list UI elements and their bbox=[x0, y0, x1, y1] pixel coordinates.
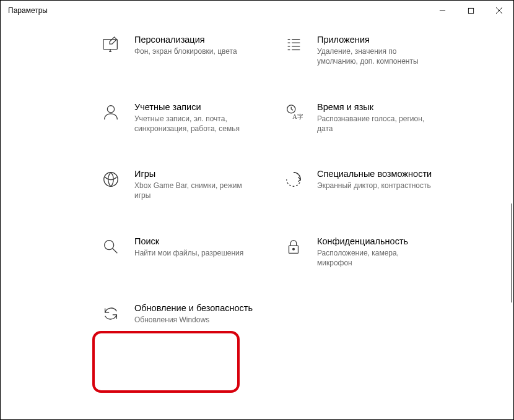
tile-desc: Xbox Game Bar, снимки, режим игры bbox=[134, 181, 252, 200]
tile-desc: Учетные записи, эл. почта, синхронизация… bbox=[134, 114, 252, 134]
tile-text: Конфиденциальность Расположение, камера,… bbox=[317, 236, 435, 268]
svg-text:A字: A字 bbox=[292, 113, 303, 120]
tile-title: Специальные возможности bbox=[317, 168, 432, 179]
tile-gaming[interactable]: Игры Xbox Game Bar, снимки, режим игры bbox=[100, 168, 264, 201]
svg-line-22 bbox=[113, 248, 118, 253]
tile-desc: Расположение, камера, микрофон bbox=[317, 248, 435, 268]
time-language-icon: A字 bbox=[282, 101, 305, 124]
settings-window: Параметры Персонализация Фон, экран блок… bbox=[1, 1, 513, 419]
accounts-icon bbox=[100, 101, 122, 124]
settings-grid: Персонализация Фон, экран блокировки, цв… bbox=[100, 34, 446, 325]
update-icon bbox=[100, 302, 122, 325]
window-controls bbox=[428, 1, 513, 20]
tile-desc: Обновления Windows bbox=[134, 315, 252, 325]
tile-text: Учетные записи Учетные записи, эл. почта… bbox=[134, 101, 252, 134]
svg-rect-1 bbox=[468, 8, 473, 13]
tile-title: Персонализация bbox=[134, 34, 237, 45]
tile-title: Конфиденциальность bbox=[317, 236, 435, 247]
tile-title: Обновление и безопасность bbox=[134, 302, 253, 314]
tile-desc: Найти мои файлы, разрешения bbox=[134, 248, 243, 258]
tile-text: Приложения Удаление, значения по умолчан… bbox=[317, 34, 435, 67]
tile-apps[interactable]: Приложения Удаление, значения по умолчан… bbox=[282, 34, 446, 67]
scrollbar[interactable] bbox=[511, 204, 512, 302]
titlebar: Параметры bbox=[1, 1, 513, 20]
svg-point-21 bbox=[105, 240, 114, 249]
svg-point-24 bbox=[293, 248, 295, 250]
tile-text: Поиск Найти мои файлы, разрешения bbox=[134, 236, 243, 258]
tile-time-language[interactable]: A字 Время и язык Распознавание голоса, ре… bbox=[282, 101, 446, 134]
tile-text: Специальные возможности Экранный диктор,… bbox=[317, 168, 432, 191]
tile-text: Персонализация Фон, экран блокировки, цв… bbox=[134, 34, 237, 56]
privacy-icon bbox=[282, 236, 305, 258]
tile-title: Приложения bbox=[317, 34, 435, 45]
tile-desc: Распознавание голоса, регион, дата bbox=[317, 114, 435, 134]
tile-title: Время и язык bbox=[317, 101, 435, 113]
window-title: Параметры bbox=[8, 6, 428, 15]
tile-privacy[interactable]: Конфиденциальность Расположение, камера,… bbox=[282, 236, 446, 268]
tile-desc: Удаление, значения по умолчанию, доп. ко… bbox=[317, 46, 435, 66]
svg-line-18 bbox=[291, 109, 293, 110]
accessibility-icon bbox=[282, 168, 305, 191]
minimize-button[interactable] bbox=[428, 1, 456, 20]
annotation-highlight bbox=[92, 331, 240, 393]
tile-text: Время и язык Распознавание голоса, регио… bbox=[317, 101, 435, 134]
tile-search[interactable]: Поиск Найти мои файлы, разрешения bbox=[100, 236, 264, 268]
tile-accounts[interactable]: Учетные записи Учетные записи, эл. почта… bbox=[100, 101, 264, 134]
personalization-icon bbox=[100, 34, 122, 56]
search-icon bbox=[100, 236, 122, 258]
tile-title: Учетные записи bbox=[134, 101, 252, 113]
tile-title: Игры bbox=[134, 168, 252, 179]
tile-title: Поиск bbox=[134, 236, 243, 247]
tile-text: Игры Xbox Game Bar, снимки, режим игры bbox=[134, 168, 252, 201]
tile-text: Обновление и безопасность Обновления Win… bbox=[134, 302, 253, 325]
tile-personalization[interactable]: Персонализация Фон, экран блокировки, цв… bbox=[100, 34, 264, 67]
gaming-icon bbox=[100, 168, 122, 191]
apps-icon bbox=[282, 34, 305, 56]
tile-desc: Фон, экран блокировки, цвета bbox=[134, 46, 237, 56]
close-button[interactable] bbox=[485, 1, 513, 20]
tile-accessibility[interactable]: Специальные возможности Экранный диктор,… bbox=[282, 168, 446, 201]
svg-point-15 bbox=[107, 105, 114, 112]
tile-update-security[interactable]: Обновление и безопасность Обновления Win… bbox=[100, 302, 264, 325]
content-area: Персонализация Фон, экран блокировки, цв… bbox=[1, 20, 513, 419]
maximize-button[interactable] bbox=[456, 1, 485, 20]
tile-desc: Экранный диктор, контрастность bbox=[317, 181, 432, 191]
